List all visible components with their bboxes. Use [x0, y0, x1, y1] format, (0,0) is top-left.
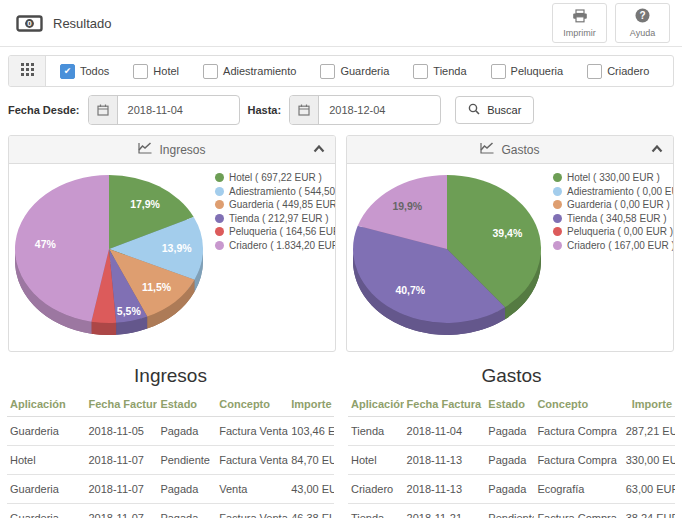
filter-checkbox-todos[interactable]: Todos	[60, 64, 109, 79]
legend-item: Tienda ( 340,58 EUR )	[553, 213, 674, 224]
table-row[interactable]: Tienda2018-11-21PendienteFactura Compra3…	[348, 504, 675, 518]
table-cell: Pagada	[157, 475, 216, 504]
checkbox-unchecked-icon[interactable]	[203, 64, 218, 79]
checkbox-unchecked-icon[interactable]	[413, 64, 428, 79]
column-header-concepto[interactable]: Concepto	[534, 394, 622, 417]
gastos-pie-chart[interactable]: 39,4%40,7%19,9%	[347, 164, 553, 351]
legend-item: Guarderia ( 449,85 EUR )	[215, 199, 336, 210]
column-header-estado[interactable]: Estado	[485, 394, 534, 417]
column-header-aplicación[interactable]: Aplicación	[348, 394, 404, 417]
checkbox-checked-icon[interactable]	[60, 64, 75, 79]
table-row[interactable]: Criadero2018-11-13PagadaEcografía63,00 E…	[348, 475, 675, 504]
filter-checkbox-adiestramiento[interactable]: Adiestramiento	[203, 64, 296, 79]
apps-grid-button[interactable]	[9, 56, 46, 86]
filter-label: Hotel	[153, 65, 179, 77]
table-cell: 2018-11-13	[404, 475, 486, 504]
table-cell: 43,00 EUR	[288, 475, 334, 504]
table-row[interactable]: Guarderia2018-11-07PagadaFactura Venta46…	[7, 504, 334, 518]
table-cell: Ecografía	[534, 475, 622, 504]
legend-item: Adiestramiento ( 544,50 EUR )	[215, 186, 336, 197]
table-cell: Pendiente	[157, 446, 216, 475]
svg-text:0: 0	[27, 19, 32, 28]
table-cell: 63,00 EUR	[623, 475, 675, 504]
ingresos-pie-chart[interactable]: 17,9%13,9%11,5%5,5%47%	[9, 164, 215, 351]
checkbox-unchecked-icon[interactable]	[133, 64, 148, 79]
pie-slice-side[interactable]	[91, 322, 116, 335]
gastos-panel-header[interactable]: Gastos	[347, 136, 673, 164]
filter-checkbox-guarderia[interactable]: Guarderia	[320, 64, 389, 79]
chart-panels: Ingresos 17,9%13,9%11,5%5,5%47% Hotel ( …	[8, 135, 674, 352]
print-button[interactable]: Imprimir	[552, 3, 607, 43]
date-to-value[interactable]: 2018-12-04	[319, 104, 385, 116]
ingresos-table-section: Ingresos AplicaciónFecha Factura▲EstadoC…	[0, 356, 341, 518]
column-header-fecha-factura[interactable]: Fecha Factura▲	[404, 394, 486, 417]
column-header-concepto[interactable]: Concepto	[216, 394, 288, 417]
table-cell: 330,00 EUR	[623, 446, 675, 475]
table-cell: 2018-11-13	[404, 446, 486, 475]
legend-item: Criadero ( 1.834,20 EUR )	[215, 240, 336, 251]
table-cell: 2018-11-05	[85, 417, 157, 446]
date-from-input[interactable]: 2018-11-04	[88, 95, 240, 125]
gastos-table-section: Gastos AplicaciónFecha Factura▲EstadoCon…	[341, 356, 682, 518]
table-row[interactable]: Guarderia2018-11-05PagadaFactura Venta10…	[7, 417, 334, 446]
ingresos-panel-header[interactable]: Ingresos	[9, 136, 335, 164]
table-cell: Factura Compra	[534, 504, 622, 518]
table-row[interactable]: Hotel2018-11-13PagadaFactura Compra330,0…	[348, 446, 675, 475]
column-header-aplicación[interactable]: Aplicación	[7, 394, 85, 417]
filter-checkbox-criadero[interactable]: Criadero	[587, 64, 649, 79]
checkbox-unchecked-icon[interactable]	[491, 64, 506, 79]
calendar-icon[interactable]	[89, 96, 118, 124]
date-from-value[interactable]: 2018-11-04	[118, 104, 183, 116]
legend-item: Tienda ( 212,97 EUR )	[215, 213, 336, 224]
table-cell: Criadero	[348, 475, 404, 504]
table-cell: Pagada	[157, 417, 216, 446]
collapse-chevron-up-icon[interactable]	[651, 145, 663, 153]
table-cell: 2018-11-04	[404, 417, 486, 446]
date-to-input[interactable]: 2018-12-04	[289, 95, 441, 125]
pie-percent-label: 5,5%	[117, 305, 142, 317]
checkbox-unchecked-icon[interactable]	[320, 64, 335, 79]
table-row[interactable]: Tienda2018-11-04PagadaFactura Compra287,…	[348, 417, 675, 446]
legend-item: Peluqueria ( 0,00 EUR )	[553, 226, 674, 237]
collapse-chevron-up-icon[interactable]	[313, 145, 325, 153]
filter-checkbox-peluqueria[interactable]: Peluqueria	[491, 64, 564, 79]
table-cell: 38,24 EUR	[623, 504, 675, 518]
search-button-label: Buscar	[487, 104, 521, 116]
legend-item: Adiestramiento ( 0,00 EUR )	[553, 186, 674, 197]
column-header-importe[interactable]: Importe	[623, 394, 675, 417]
checkbox-unchecked-icon[interactable]	[587, 64, 602, 79]
legend-dot-icon	[215, 173, 224, 182]
table-row[interactable]: Guarderia2018-11-07PagadaVenta43,00 EUR	[7, 475, 334, 504]
calendar-icon[interactable]	[290, 96, 319, 124]
print-button-label: Imprimir	[563, 28, 596, 38]
table-header-row: AplicaciónFecha Factura▲EstadoConceptoIm…	[7, 394, 334, 417]
legend-label: Hotel ( 697,22 EUR )	[229, 172, 322, 183]
column-header-fecha-factura[interactable]: Fecha Factura▲	[85, 394, 157, 417]
help-button[interactable]: ? Ayuda	[615, 3, 670, 43]
legend-dot-icon	[215, 187, 224, 196]
printer-icon	[572, 9, 588, 26]
table-row[interactable]: Hotel2018-11-07PendienteFactura Venta84,…	[7, 446, 334, 475]
table-cell: Hotel	[7, 446, 85, 475]
table-header-row: AplicaciónFecha Factura▲EstadoConceptoIm…	[348, 394, 675, 417]
table-cell: Factura Venta	[216, 504, 288, 518]
legend-label: Peluqueria ( 164,56 EUR )	[229, 226, 336, 237]
filter-checkbox-tienda[interactable]: Tienda	[413, 64, 466, 79]
legend-item: Hotel ( 697,22 EUR )	[215, 172, 336, 183]
filter-label: Peluqueria	[511, 65, 564, 77]
column-header-estado[interactable]: Estado	[157, 394, 216, 417]
legend-dot-icon	[215, 214, 224, 223]
page-title: Resultado	[53, 16, 112, 31]
top-bar: 0 Resultado Imprimir ? Ayuda	[0, 0, 682, 47]
gastos-table: AplicaciónFecha Factura▲EstadoConceptoIm…	[348, 394, 675, 518]
pie-percent-label: 40,7%	[395, 284, 425, 296]
legend-dot-icon	[553, 200, 562, 209]
search-button[interactable]: Buscar	[455, 96, 534, 124]
table-cell: 46,38 EUR	[288, 504, 334, 518]
grid-icon	[21, 62, 34, 80]
date-from-label: Fecha Desde:	[8, 104, 80, 116]
table-cell: 84,70 EUR	[288, 446, 334, 475]
pie-percent-label: 11,5%	[142, 281, 172, 293]
filter-checkbox-hotel[interactable]: Hotel	[133, 64, 179, 79]
column-header-importe[interactable]: Importe	[288, 394, 334, 417]
